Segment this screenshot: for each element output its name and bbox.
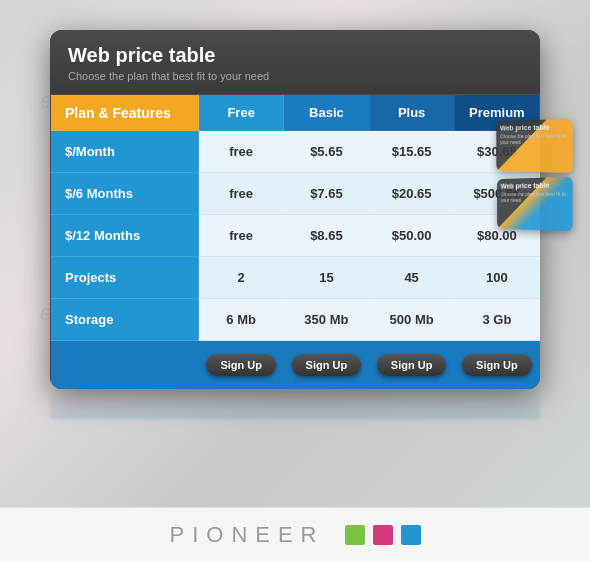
pricing-table: Plan & Features Free Basic Plus Premium …: [50, 94, 540, 389]
signup-premium-cell[interactable]: Sign Up: [454, 341, 539, 389]
cell-free: free: [199, 215, 284, 257]
signup-free-button[interactable]: Sign Up: [206, 354, 276, 376]
row-label: Projects: [51, 257, 199, 299]
cell-plus: $15.65: [369, 131, 454, 173]
col-header-plus: Plus: [369, 95, 454, 131]
signup-free-cell[interactable]: Sign Up: [199, 341, 284, 389]
price-table-card: Web price table Choose the plan that bes…: [50, 30, 540, 389]
col-header-feature: Plan & Features: [51, 95, 199, 131]
small-card-1: Web price table Choose the plan that bes…: [496, 119, 572, 173]
swatch-pink: [373, 525, 393, 545]
cell-basic: 15: [284, 257, 369, 299]
table-row: $/12 Months free $8.65 $50.00 $80.00: [51, 215, 540, 257]
cell-premium: 100: [454, 257, 539, 299]
small-card-1-title: Web price table: [500, 123, 569, 131]
cell-free: 2: [199, 257, 284, 299]
cell-plus: 500 Mb: [369, 299, 454, 341]
card-subtitle: Choose the plan that best fit to your ne…: [68, 70, 522, 82]
signup-label-cell: [51, 341, 199, 389]
signup-row: Sign Up Sign Up Sign Up Sign Up: [51, 341, 540, 389]
cell-plus: 45: [369, 257, 454, 299]
row-label: $/Month: [51, 131, 199, 173]
signup-basic-cell[interactable]: Sign Up: [284, 341, 369, 389]
cell-free: free: [199, 173, 284, 215]
small-card-2: Web price table Choose the plan that bes…: [497, 177, 573, 232]
card-reflection: [50, 389, 540, 419]
swatch-green: [345, 525, 365, 545]
small-card-1-sub: Choose the plan that best fit to your ne…: [500, 133, 569, 146]
row-label: $/12 Months: [51, 215, 199, 257]
swatch-blue: [401, 525, 421, 545]
table-row: Projects 2 15 45 100: [51, 257, 540, 299]
small-card-2-title: Web price table: [501, 181, 569, 190]
table-row: $/6 Months free $7.65 $20.65 $500.65: [51, 173, 540, 215]
signup-basic-button[interactable]: Sign Up: [292, 354, 362, 376]
decorative-cards: Web price table Choose the plan that bes…: [494, 120, 572, 228]
cell-basic: $5.65: [284, 131, 369, 173]
cell-basic: $8.65: [284, 215, 369, 257]
cell-basic: $7.65: [284, 173, 369, 215]
row-label: Storage: [51, 299, 199, 341]
small-card-2-sub: Choose the plan that best fit to your ne…: [501, 190, 569, 203]
cell-premium: 3 Gb: [454, 299, 539, 341]
row-label: $/6 Months: [51, 173, 199, 215]
column-headers-row: Plan & Features Free Basic Plus Premium: [51, 95, 540, 131]
cell-plus: $50.00: [369, 215, 454, 257]
card-title: Web price table: [68, 44, 522, 67]
cell-free: free: [199, 131, 284, 173]
table-row: $/Month free $5.65 $15.65 $30.65: [51, 131, 540, 173]
cell-free: 6 Mb: [199, 299, 284, 341]
signup-plus-cell[interactable]: Sign Up: [369, 341, 454, 389]
col-header-free: Free: [199, 95, 284, 131]
table-row: Storage 6 Mb 350 Mb 500 Mb 3 Gb: [51, 299, 540, 341]
cell-basic: 350 Mb: [284, 299, 369, 341]
cell-plus: $20.65: [369, 173, 454, 215]
card-header: Web price table Choose the plan that bes…: [50, 30, 540, 94]
bottom-bar: PIONEER: [0, 507, 590, 562]
signup-plus-button[interactable]: Sign Up: [377, 354, 447, 376]
signup-premium-button[interactable]: Sign Up: [462, 354, 532, 376]
col-header-basic: Basic: [284, 95, 369, 131]
brand-text: PIONEER: [169, 522, 324, 548]
color-swatches: [345, 525, 421, 545]
